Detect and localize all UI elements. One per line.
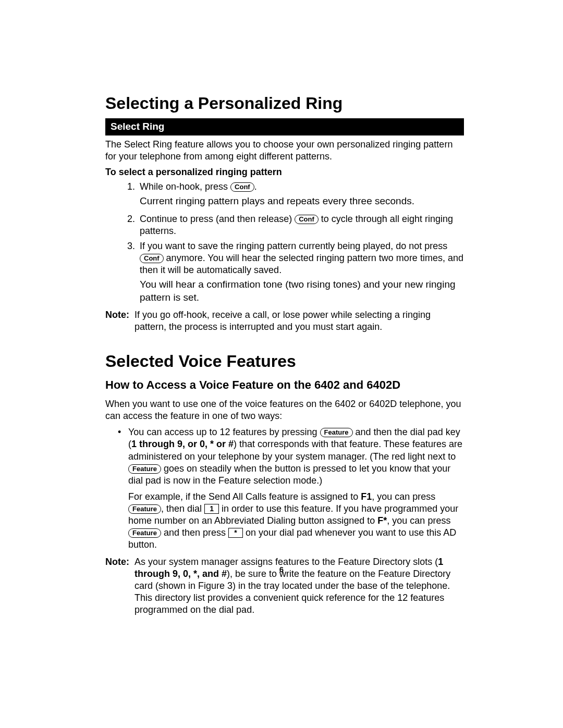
bullet-bold: F* <box>377 515 387 526</box>
bullet-bold: 1 through 9, or 0, * or # <box>131 439 234 449</box>
subsection-heading-access: How to Access a Voice Feature on the 640… <box>105 378 464 392</box>
note-block: Note: If you go off-hook, receive a call… <box>105 309 464 333</box>
step-1: While on-hook, press Conf. Current ringi… <box>138 181 464 208</box>
bullet-text: and then press <box>161 527 228 538</box>
section-bar-select-ring: Select Ring <box>105 118 464 135</box>
step-text: . <box>254 181 257 192</box>
section-heading-voice-features: Selected Voice Features <box>105 352 464 371</box>
section-heading-select-ring: Selecting a Personalized Ring <box>105 94 464 113</box>
conf-button-icon: Conf <box>295 215 319 224</box>
conf-button-icon: Conf <box>140 254 164 263</box>
bullet-text: goes on steadily when the button is pres… <box>128 463 450 486</box>
feature-button-icon: Feature <box>128 504 161 514</box>
bullet-text: , you can press <box>372 491 435 502</box>
step-result: Current ringing pattern plays and repeat… <box>140 195 464 208</box>
feature-button-icon: Feature <box>128 528 161 538</box>
conf-button-icon: Conf <box>230 182 254 192</box>
feature-button-icon: Feature <box>320 428 353 437</box>
bullet-text: , you can press <box>387 515 450 526</box>
procedure-title: To select a personalized ringing pattern <box>105 167 464 178</box>
note-label: Note: <box>105 309 134 333</box>
feature-button-icon: Feature <box>128 464 161 474</box>
document-page: Selecting a Personalized Ring Select Rin… <box>0 0 563 728</box>
feature-bullets: You can access up to 12 features by pres… <box>105 426 464 550</box>
bullet-text: For example, if the Send All Calls featu… <box>128 491 361 502</box>
intro-paragraph-2: When you want to use one of the voice fe… <box>105 398 464 422</box>
page-number: 6 <box>0 565 563 574</box>
bullet-bold: F1 <box>361 491 372 502</box>
step-2: Continue to press (and then release) Con… <box>138 213 464 237</box>
step-text: While on-hook, press <box>140 181 230 192</box>
note-body: If you go off-hook, receive a call, or l… <box>134 309 464 333</box>
bullet-item: You can access up to 12 features by pres… <box>126 426 464 550</box>
bullet-text: , then dial <box>161 503 204 514</box>
step-3: If you want to save the ringing pattern … <box>138 240 464 304</box>
dialpad-key-1-icon: 1 <box>204 504 219 514</box>
procedure-steps: While on-hook, press Conf. Current ringi… <box>105 181 464 304</box>
step-text: If you want to save the ringing pattern … <box>140 241 447 251</box>
step-result: You will hear a confirmation tone (two r… <box>140 278 464 304</box>
step-text: Continue to press (and then release) <box>140 214 295 224</box>
intro-paragraph: The Select Ring feature allows you to ch… <box>105 139 464 163</box>
bullet-text: You can access up to 12 features by pres… <box>128 427 320 437</box>
step-text: anymore. You will hear the selected ring… <box>140 253 463 275</box>
dialpad-key-star-icon: * <box>228 528 243 538</box>
